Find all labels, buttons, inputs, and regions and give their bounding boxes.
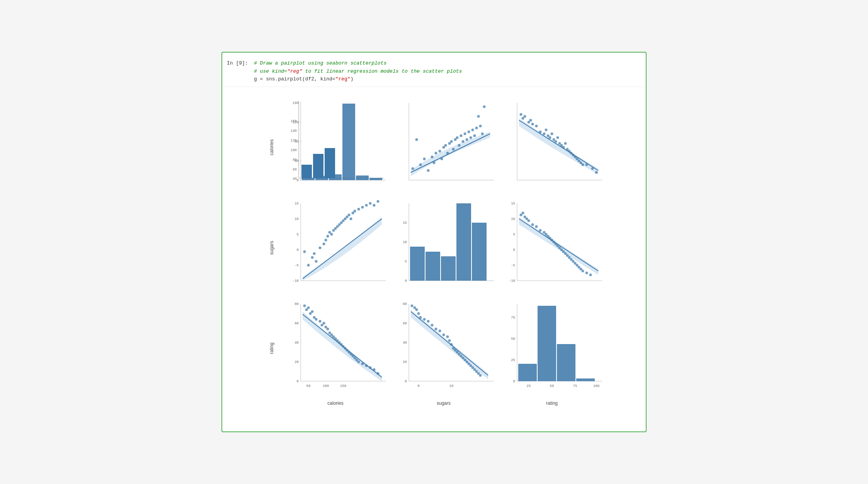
svg-point-109 [303,251,306,253]
svg-point-175 [560,249,563,251]
svg-point-126 [344,218,347,220]
svg-text:5: 5 [405,260,407,264]
svg-text:20: 20 [294,360,299,364]
svg-point-167 [545,233,548,236]
svg-point-110 [307,264,310,267]
svg-rect-144 [410,247,425,281]
svg-point-62 [483,106,486,108]
svg-rect-282 [518,364,537,381]
svg-point-63 [415,138,418,141]
svg-point-186 [582,270,584,273]
svg-point-209 [323,322,325,325]
svg-rect-283 [538,306,556,381]
svg-point-160 [524,216,526,218]
svg-point-97 [585,164,588,166]
svg-text:25: 25 [527,384,531,388]
svg-text:80: 80 [294,140,299,144]
svg-point-70 [524,115,526,118]
svg-point-181 [572,260,575,263]
svg-point-36 [431,156,434,158]
svg-point-230 [369,366,372,369]
svg-point-260 [458,353,461,356]
code-line-2: # use kind="reg" to fit linear regressio… [254,68,462,76]
svg-point-187 [585,272,588,274]
svg-point-232 [377,372,380,375]
svg-point-37 [433,162,436,164]
svg-point-171 [553,241,555,244]
svg-point-257 [452,347,455,350]
svg-point-119 [330,233,333,236]
svg-point-184 [578,266,580,269]
svg-text:10: 10 [294,217,299,221]
svg-point-226 [356,359,358,361]
svg-point-254 [446,336,449,338]
svg-text:80: 80 [403,302,407,306]
svg-point-172 [555,243,557,245]
svg-point-44 [448,142,451,145]
col-label-rating: rating [498,400,606,406]
svg-point-42 [444,144,447,147]
svg-point-80 [551,133,553,135]
svg-point-59 [477,115,480,118]
svg-point-227 [357,361,360,363]
svg-text:-5: -5 [511,264,515,268]
svg-text:50: 50 [306,384,311,388]
plot-r0c0: 40 60 80 100 120 140 160 [281,97,390,198]
svg-point-176 [562,251,565,253]
svg-point-247 [419,316,422,319]
svg-text:150: 150 [340,384,346,388]
svg-point-121 [334,227,337,230]
svg-point-251 [435,328,437,331]
svg-point-48 [456,136,459,139]
svg-point-49 [458,144,461,147]
svg-point-219 [342,345,345,348]
svg-text:0: 0 [513,380,515,383]
svg-rect-146 [441,256,456,281]
svg-point-34 [423,158,426,160]
svg-point-132 [357,208,360,211]
svg-text:10: 10 [403,240,407,244]
svg-point-55 [470,136,472,139]
svg-text:15: 15 [511,202,515,206]
col-label-sugars: sugars [390,400,498,406]
svg-point-117 [327,235,329,238]
svg-point-258 [454,349,457,352]
svg-point-211 [327,328,329,331]
svg-rect-28 [356,176,369,180]
svg-text:75: 75 [573,384,577,388]
svg-point-271 [479,374,482,377]
cell-output: calories sugars rating 40 60 [222,87,646,428]
svg-point-81 [553,138,555,141]
svg-point-84 [558,142,561,145]
code-line-3: g = sns.pairplot(df2, kind="reg") [254,75,462,84]
svg-point-85 [560,144,563,147]
svg-point-249 [427,320,430,323]
svg-point-83 [557,136,559,139]
svg-point-51 [462,140,465,143]
svg-rect-148 [472,223,487,281]
svg-text:60: 60 [403,322,407,326]
code-line-1: # Draw a pairplot using seaborn scatterp… [254,60,462,68]
svg-point-169 [549,237,551,240]
svg-point-56 [471,129,474,131]
svg-point-255 [448,339,451,342]
svg-point-231 [373,368,376,371]
svg-point-200 [303,305,306,307]
svg-point-112 [313,252,316,255]
svg-point-88 [566,148,569,151]
svg-point-229 [365,365,368,367]
svg-point-68 [520,113,523,116]
row-label-calories: calories [269,140,274,155]
svg-point-214 [332,336,335,338]
svg-point-38 [435,152,437,155]
svg-text:100: 100 [593,384,599,388]
svg-point-134 [365,204,368,207]
svg-rect-24 [302,178,315,180]
svg-point-79 [549,136,551,139]
svg-point-123 [338,223,341,226]
svg-line-67 [519,120,598,170]
svg-point-99 [595,171,598,174]
comment-2: # use kind="reg" to fit linear regressio… [254,68,462,74]
plot-r2c2: 0 25 50 75 25 50 75 100 [498,298,606,399]
svg-point-248 [423,318,426,321]
